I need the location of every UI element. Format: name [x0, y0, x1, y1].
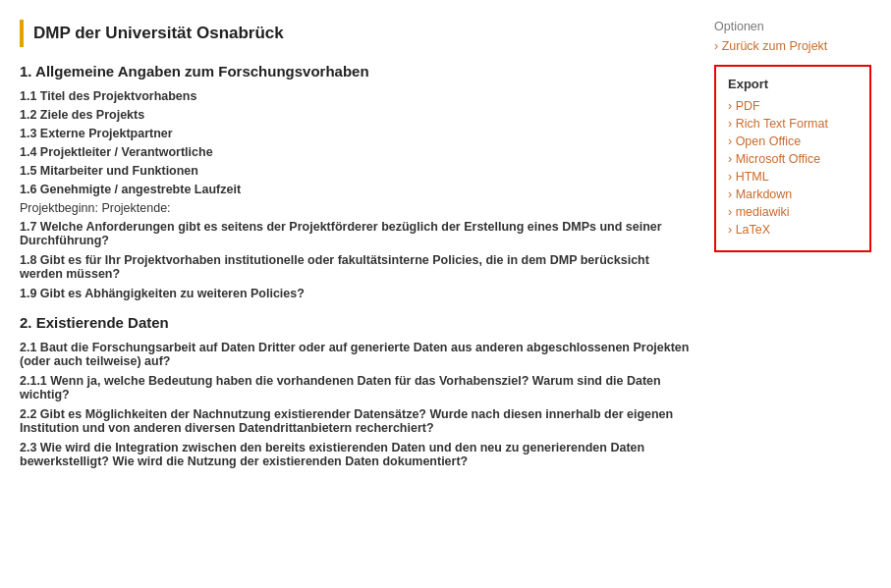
- toc-item-1-2: 1.2 Ziele des Projekts: [20, 108, 695, 122]
- export-title: Export: [728, 77, 858, 91]
- toc-item-1-8: 1.8 Gibt es für Ihr Projektvorhaben inst…: [20, 253, 695, 281]
- export-html-link[interactable]: HTML: [728, 170, 858, 184]
- project-dates: Projektbeginn: Projektende:: [20, 201, 695, 215]
- toc-item-1-7: 1.7 Welche Anforderungen gibt es seitens…: [20, 220, 695, 247]
- export-mediawiki-link[interactable]: mediawiki: [728, 205, 858, 219]
- toc-item-2-2: 2.2 Gibt es Möglichkeiten der Nachnutzun…: [20, 407, 695, 435]
- page-title: DMP der Universität Osnabrück: [33, 24, 284, 43]
- section-1-heading: 1. Allgemeine Angaben zum Forschungsvorh…: [20, 63, 695, 80]
- page-wrapper: DMP der Universität Osnabrück 1. Allgeme…: [0, 0, 891, 588]
- export-odf-link[interactable]: Open Office: [728, 134, 858, 148]
- export-markdown-link[interactable]: Markdown: [728, 187, 858, 201]
- toc-item-1-6: 1.6 Genehmigte / angestrebte Laufzeit: [20, 183, 695, 196]
- options-label: Optionen: [714, 20, 871, 33]
- toc-item-2-3: 2.3 Wie wird die Integration zwischen de…: [20, 441, 695, 468]
- toc-item-1-9: 1.9 Gibt es Abhängigkeiten zu weiteren P…: [20, 287, 695, 300]
- toc-item-1-4: 1.4 Projektleiter / Verantwortliche: [20, 145, 695, 159]
- export-latex-link[interactable]: LaTeX: [728, 223, 858, 237]
- back-link[interactable]: › Zurück zum Projekt: [714, 39, 871, 53]
- title-bar: DMP der Universität Osnabrück: [20, 20, 695, 47]
- toc-item-2-1-1: 2.1.1 Wenn ja, welche Bedeutung haben di…: [20, 374, 695, 401]
- section-2-heading: 2. Existierende Daten: [20, 314, 695, 331]
- export-box: Export PDF Rich Text Format Open Office …: [714, 65, 871, 252]
- export-pdf-link[interactable]: PDF: [728, 99, 858, 113]
- title-accent: [20, 20, 24, 47]
- toc-item-1-1: 1.1 Titel des Projektvorhabens: [20, 89, 695, 103]
- main-content: DMP der Universität Osnabrück 1. Allgeme…: [20, 20, 695, 568]
- sidebar: Optionen › Zurück zum Projekt Export PDF…: [714, 20, 871, 568]
- toc-item-1-3: 1.3 Externe Projektpartner: [20, 127, 695, 140]
- toc-item-1-5: 1.5 Mitarbeiter und Funktionen: [20, 164, 695, 178]
- toc-item-2-1: 2.1 Baut die Forschungsarbeit auf Daten …: [20, 341, 695, 368]
- export-rtf-link[interactable]: Rich Text Format: [728, 117, 858, 131]
- export-msoffice-link[interactable]: Microsoft Office: [728, 152, 858, 166]
